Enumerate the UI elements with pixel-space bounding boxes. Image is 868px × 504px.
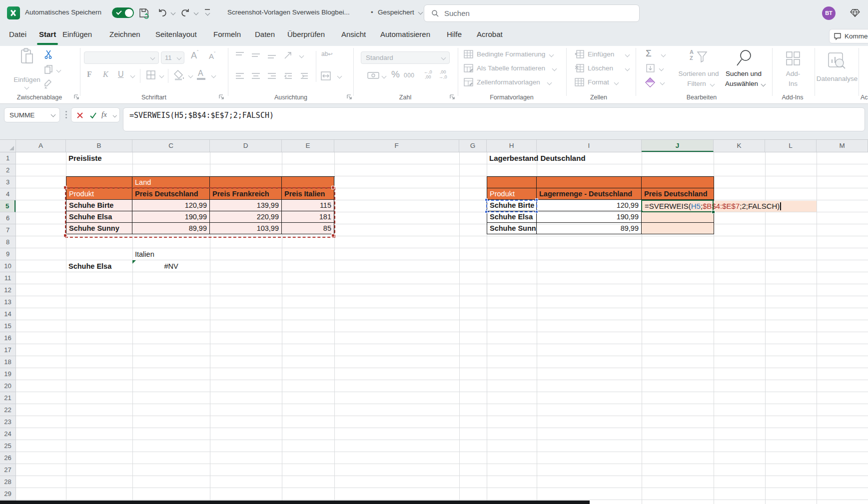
stock-row-product[interactable]: Schuhe Sunny [487,223,537,234]
stock-header-produkt[interactable]: Produkt [487,188,537,200]
row-header-3[interactable]: 3 [0,176,15,188]
document-status[interactable]: Gespeichert [378,8,414,16]
redo-menu-chevron-icon[interactable] [194,10,199,15]
quick-access-chevron-icon[interactable] [205,11,210,16]
row-header-10[interactable]: 10 [0,260,15,272]
column-header-H[interactable]: H [487,140,537,152]
price-band-land[interactable]: Land [132,177,210,188]
row-header-24[interactable]: 24 [0,428,15,440]
tab-automatisieren[interactable]: Automatisieren [380,30,430,38]
autosave-toggle[interactable] [112,7,134,18]
row-header-20[interactable]: 20 [0,380,15,392]
row-header-29[interactable]: 29 [0,488,15,500]
row-header-15[interactable]: 15 [0,320,15,332]
name-box[interactable]: SUMME [4,107,60,122]
result-cell-j6[interactable] [642,211,714,223]
column-header-C[interactable]: C [132,140,210,152]
row-header-23[interactable]: 23 [0,416,15,428]
premium-diamond-icon[interactable] [850,7,861,18]
column-header-B[interactable]: B [66,140,132,152]
row-header-11[interactable]: 11 [0,272,15,284]
row-header-8[interactable]: 8 [0,236,15,248]
search-box[interactable]: Suchen [424,4,640,22]
row-header-27[interactable]: 27 [0,464,15,476]
row-header-5[interactable]: 5 [0,200,15,212]
number-dialog-launcher-icon[interactable] [450,94,455,100]
stock-header-preis[interactable]: Preis Deutschland [642,188,714,200]
stock-cell[interactable]: 190,99 [537,211,642,223]
row-header-17[interactable]: 17 [0,344,15,356]
comments-button[interactable]: Kommen [829,29,868,43]
price-table-title[interactable]: Preisliste [68,152,102,164]
stock-cell[interactable]: 89,99 [537,223,642,234]
stock-cell[interactable]: 120,99 [537,200,642,211]
save-icon[interactable] [138,7,150,19]
row-header-9[interactable]: 9 [0,248,15,260]
undo-menu-chevron-icon[interactable] [171,10,176,15]
tab-daten[interactable]: Daten [255,30,275,38]
tab-datei[interactable]: Datei [9,30,26,38]
row-header-4[interactable]: 4 [0,188,15,200]
column-header-M[interactable]: M [817,140,868,152]
formula-bar-grip-icon[interactable] [65,114,67,115]
row-header-13[interactable]: 13 [0,296,15,308]
row-headers[interactable]: 1234567891011121314151617181920212223242… [0,152,16,504]
tab-acrobat[interactable]: Acrobat [477,30,503,38]
column-header-K[interactable]: K [714,140,765,152]
tab-ansicht[interactable]: Ansicht [341,30,366,38]
row-header-22[interactable]: 22 [0,404,15,416]
tab-einfügen[interactable]: Einfügen [62,30,92,38]
price-band-e3[interactable] [282,177,334,188]
lookup-country-cell[interactable]: Italien [135,248,154,260]
row-header-26[interactable]: 26 [0,452,15,464]
stock-band-h3[interactable] [487,177,537,188]
row-header-12[interactable]: 12 [0,284,15,296]
stock-table-title[interactable]: Lagerbestand Deutschland [489,152,586,164]
formula-input[interactable]: =SVERWEIS(H5;$B$4:$E$7;2;FALSCH) [123,107,865,131]
price-band-d3[interactable] [210,177,282,188]
column-header-G[interactable]: G [459,140,487,152]
lookup-result-cell[interactable]: #NV [132,260,210,272]
avatar[interactable]: BT [822,6,836,20]
tab-formeln[interactable]: Formeln [213,30,241,38]
column-headers[interactable]: ABCDEFGHIJKLM [0,140,868,152]
stock-row-product[interactable]: Schuhe Elsa [487,211,537,223]
row-header-21[interactable]: 21 [0,392,15,404]
status-chevron-icon[interactable] [418,10,423,15]
result-cell-j7[interactable] [642,223,714,234]
tab-seitenlayout[interactable]: Seitenlayout [155,30,197,38]
row-header-14[interactable]: 14 [0,308,15,320]
row-header-18[interactable]: 18 [0,356,15,368]
tab-start[interactable]: Start [39,30,56,38]
column-header-D[interactable]: D [210,140,282,152]
column-header-F[interactable]: F [334,140,459,152]
document-title[interactable]: Screenshot-Vorlagen Sverweis Blogbei... [227,8,350,16]
quick-access-overflow-icon[interactable] [205,9,210,10]
column-header-J[interactable]: J [642,140,714,152]
column-header-E[interactable]: E [282,140,334,152]
column-header-A[interactable]: A [16,140,66,152]
enter-check-icon[interactable] [89,112,97,119]
stock-band-j3[interactable] [642,177,714,188]
row-header-16[interactable]: 16 [0,332,15,344]
insert-function-icon[interactable]: fx [101,110,107,119]
alignment-dialog-launcher-icon[interactable] [347,94,352,100]
row-header-7[interactable]: 7 [0,224,15,236]
stock-header-menge[interactable]: Lagermenge - Deutschland [537,188,642,200]
tab-überprüfen[interactable]: Überprüfen [287,30,325,38]
column-header-L[interactable]: L [765,140,817,152]
column-header-I[interactable]: I [537,140,642,152]
tab-zeichnen[interactable]: Zeichnen [109,30,140,38]
font-dialog-launcher-icon[interactable] [219,94,224,100]
undo-icon[interactable] [157,7,168,18]
row-header-19[interactable]: 19 [0,368,15,380]
row-header-1[interactable]: 1 [0,152,15,164]
row-header-2[interactable]: 2 [0,164,15,176]
stock-band-i3[interactable] [537,177,642,188]
clipboard-dialog-launcher-icon[interactable] [74,94,79,100]
lookup-product-cell[interactable]: Schuhe Elsa [68,260,111,272]
row-header-6[interactable]: 6 [0,212,15,224]
cancel-icon[interactable] [76,112,83,119]
price-band-b3[interactable] [66,177,132,188]
redo-icon[interactable] [180,7,191,18]
